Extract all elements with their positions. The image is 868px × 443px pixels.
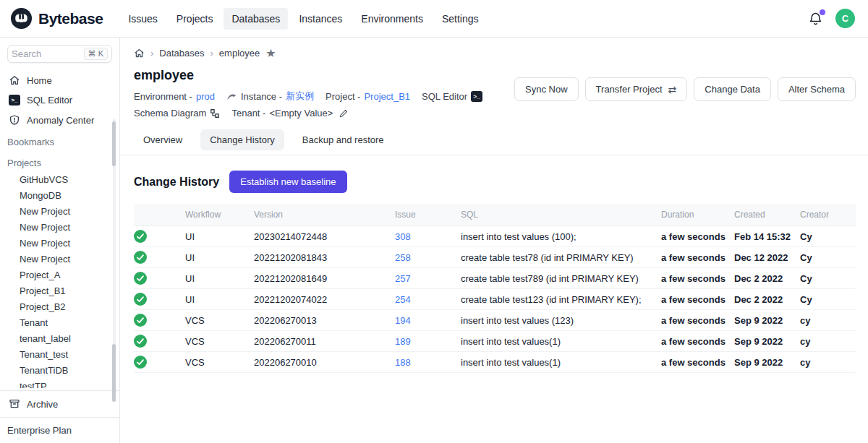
- instance-link[interactable]: 新实例: [286, 90, 314, 103]
- success-check-icon: [134, 293, 147, 306]
- column-header-version: Version: [254, 204, 395, 226]
- nav-item-instances[interactable]: Instances: [291, 8, 350, 30]
- column-header-creator: Creator: [800, 204, 856, 226]
- sidebar-project-item[interactable]: Tenant: [7, 315, 112, 331]
- workflow-cell: UI: [185, 289, 254, 310]
- action-button-label: Transfer Project: [596, 84, 663, 95]
- sidebar-item-label: Archive: [27, 399, 58, 410]
- table-row[interactable]: VCS202206270010188insert into test value…: [134, 352, 856, 373]
- created-cell: Dec 12 2022: [734, 247, 800, 268]
- issue-link[interactable]: 258: [395, 252, 411, 263]
- issue-link[interactable]: 189: [395, 336, 411, 347]
- sidebar-item-anomaly-center[interactable]: Anomaly Center: [7, 110, 112, 130]
- table-row[interactable]: VCS202206270013194insert into test value…: [134, 310, 856, 331]
- issue-link[interactable]: 254: [395, 294, 411, 305]
- issue-link[interactable]: 257: [395, 273, 411, 284]
- sidebar-project-item[interactable]: testTP: [7, 379, 112, 388]
- meta-sql-editor-link[interactable]: SQL Editor >_: [422, 91, 482, 102]
- issue-link[interactable]: 194: [395, 315, 411, 326]
- transfer-project-button[interactable]: Transfer Project⇄: [585, 77, 688, 101]
- tab-change-history[interactable]: Change History: [200, 129, 284, 150]
- environment-link[interactable]: prod: [196, 91, 215, 102]
- chevron-right-icon: [150, 48, 153, 59]
- tab-backup-and-restore[interactable]: Backup and restore: [293, 129, 393, 150]
- tenant-value: <Empty Value>: [269, 108, 333, 119]
- table-row[interactable]: UI20221202081843258create table test78 (…: [134, 247, 856, 268]
- sql-cell: create table test789 (id int PRIMARY KEY…: [461, 268, 661, 289]
- issue-link[interactable]: 308: [395, 231, 411, 242]
- home-icon[interactable]: [134, 48, 145, 59]
- alter-schema-button[interactable]: Alter Schema: [778, 77, 856, 101]
- meta-environment: Environment - prod: [134, 91, 215, 102]
- version-cell: 202206270011: [254, 331, 395, 352]
- sql-cell: insert into test values(1): [461, 352, 661, 373]
- tab-overview[interactable]: Overview: [134, 129, 192, 150]
- creator-cell: Cy: [800, 289, 856, 310]
- action-buttons: Sync NowTransfer Project⇄Change DataAlte…: [514, 77, 856, 101]
- duration-cell: a few seconds: [661, 352, 734, 373]
- breadcrumb-databases[interactable]: Databases: [159, 48, 204, 59]
- search-box[interactable]: ⌘ K: [7, 45, 112, 63]
- project-link[interactable]: Project_B1: [364, 91, 410, 102]
- table-body: UI20230214072448308insert into test valu…: [134, 226, 856, 373]
- navbar-right: C: [808, 9, 858, 28]
- nav-item-settings[interactable]: Settings: [434, 8, 487, 30]
- sidebar-item-archive[interactable]: Archive: [7, 393, 112, 415]
- creator-cell: Cy: [800, 226, 856, 247]
- breadcrumb-current[interactable]: employee: [219, 48, 260, 59]
- bookmark-star-icon[interactable]: ★: [265, 48, 276, 58]
- sql-cell: insert into test values (123): [461, 310, 661, 331]
- sidebar-project-item[interactable]: New Project: [7, 251, 112, 267]
- column-header-created: Created: [734, 204, 800, 226]
- home-icon: [9, 74, 20, 86]
- meta-schema-diagram-link[interactable]: Schema Diagram: [134, 108, 220, 119]
- search-shortcut-badge: ⌘ K: [84, 48, 108, 60]
- nav-item-environments[interactable]: Environments: [353, 8, 431, 30]
- sidebar-project-item[interactable]: Project_B2: [7, 299, 112, 315]
- search-input[interactable]: [12, 48, 72, 59]
- creator-cell: cy: [800, 310, 856, 331]
- section-title: Change History: [134, 176, 219, 189]
- sql-cell: insert into test values (100);: [461, 226, 661, 247]
- issue-link[interactable]: 188: [395, 357, 411, 368]
- table-row[interactable]: VCS202206270011189insert into test value…: [134, 331, 856, 352]
- version-cell: 20221202081649: [254, 268, 395, 289]
- nav-item-projects[interactable]: Projects: [169, 8, 221, 30]
- sidebar-project-item[interactable]: tenant_label: [7, 331, 112, 347]
- table-row[interactable]: UI20221202081649257create table test789 …: [134, 268, 856, 289]
- sync-now-button[interactable]: Sync Now: [514, 77, 579, 101]
- sidebar-scrollbar-thumb[interactable]: [112, 121, 116, 166]
- sidebar-project-item[interactable]: Project_A: [7, 267, 112, 283]
- sidebar-project-item[interactable]: New Project: [7, 204, 112, 220]
- schema-diagram-icon: [210, 108, 220, 119]
- sql-editor-label: SQL Editor: [422, 91, 467, 102]
- action-button-label: Alter Schema: [788, 84, 845, 95]
- user-avatar[interactable]: C: [835, 9, 855, 28]
- creator-cell: Cy: [800, 247, 856, 268]
- sidebar-item-sql-editor[interactable]: >_ SQL Editor: [7, 90, 112, 110]
- schema-diagram-label: Schema Diagram: [134, 108, 206, 119]
- notification-bell-icon[interactable]: [808, 11, 824, 27]
- sidebar-project-item[interactable]: New Project: [7, 236, 112, 251]
- change-data-button[interactable]: Change Data: [694, 77, 771, 101]
- sidebar-scrollbar-thumb[interactable]: [112, 344, 116, 402]
- table-row[interactable]: UI20230214072448308insert into test valu…: [134, 226, 856, 247]
- sidebar-project-item[interactable]: GitHubVCS: [7, 172, 112, 188]
- pencil-icon[interactable]: [339, 108, 349, 119]
- table-row[interactable]: UI20221202074022254create table test123 …: [134, 289, 856, 310]
- sidebar-project-item[interactable]: New Project: [7, 220, 112, 236]
- sidebar-item-home[interactable]: Home: [7, 70, 112, 90]
- sidebar-project-item[interactable]: MongoDB: [7, 188, 112, 204]
- workflow-cell: VCS: [185, 352, 254, 373]
- environment-label: Environment -: [134, 91, 192, 102]
- sidebar-project-item[interactable]: Tenant_test: [7, 347, 112, 363]
- establish-baseline-button[interactable]: Establish new baseline: [229, 171, 346, 193]
- sidebar-project-item[interactable]: Project_B1: [7, 283, 112, 299]
- duration-cell: a few seconds: [661, 247, 734, 268]
- nav-item-databases[interactable]: Databases: [224, 8, 288, 30]
- sidebar-project-item[interactable]: TenantTiDB: [7, 363, 112, 379]
- success-check-icon: [134, 356, 147, 369]
- nav-item-issues[interactable]: Issues: [120, 8, 165, 30]
- project-label: Project -: [326, 91, 360, 102]
- bytebase-logo[interactable]: Bytebase: [10, 7, 103, 30]
